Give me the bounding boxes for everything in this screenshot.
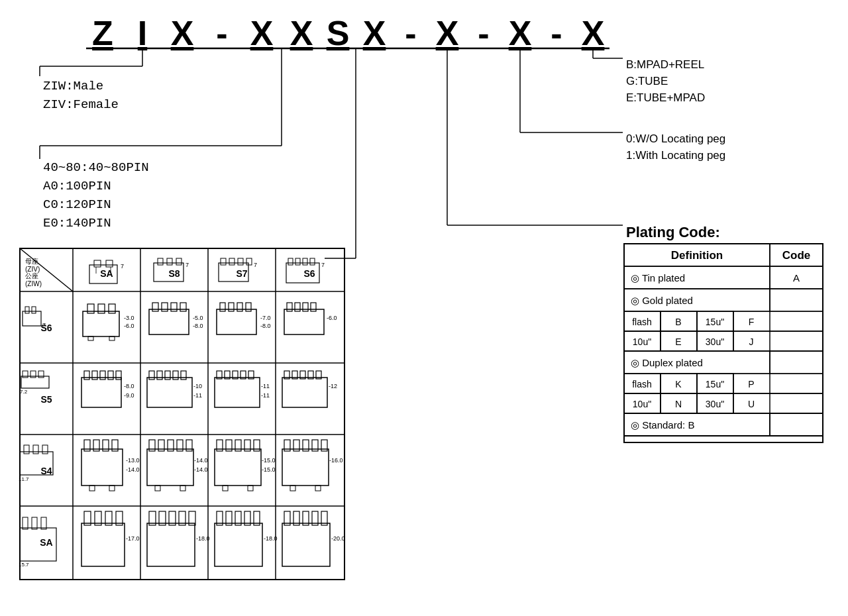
svg-rect-96 bbox=[624, 413, 770, 436]
svg-rect-46 bbox=[624, 266, 770, 289]
svg-text:11.7: 11.7 bbox=[19, 476, 29, 482]
svg-rect-74 bbox=[770, 351, 823, 374]
svg-text:-14.0: -14.0 bbox=[194, 466, 208, 473]
svg-text:X: X bbox=[582, 14, 605, 52]
svg-rect-43 bbox=[770, 244, 823, 266]
svg-rect-184 bbox=[92, 371, 97, 380]
svg-rect-199 bbox=[217, 371, 222, 379]
svg-rect-243 bbox=[223, 486, 228, 491]
svg-rect-234 bbox=[180, 486, 186, 491]
svg-text:-6.0: -6.0 bbox=[124, 323, 134, 329]
svg-text:A: A bbox=[793, 272, 800, 283]
svg-rect-201 bbox=[233, 371, 238, 379]
svg-text:N: N bbox=[675, 399, 682, 409]
svg-text:-8.0: -8.0 bbox=[260, 323, 271, 329]
svg-rect-208 bbox=[292, 371, 297, 379]
svg-text:◎ Standard: B: ◎ Standard: B bbox=[631, 419, 694, 431]
svg-rect-179 bbox=[30, 371, 36, 378]
svg-rect-279 bbox=[254, 511, 260, 525]
svg-rect-194 bbox=[173, 371, 178, 380]
svg-rect-210 bbox=[308, 371, 313, 379]
svg-text:B:MPAD+REEL: B:MPAD+REEL bbox=[626, 58, 704, 71]
svg-rect-140 bbox=[288, 258, 293, 265]
svg-rect-271 bbox=[179, 511, 186, 525]
svg-text:40~80:40~80PIN: 40~80:40~80PIN bbox=[43, 160, 149, 175]
svg-text:X: X bbox=[290, 14, 313, 52]
svg-rect-276 bbox=[226, 511, 232, 525]
svg-rect-143 bbox=[310, 258, 315, 265]
svg-rect-164 bbox=[217, 309, 256, 334]
svg-text:-3.0: -3.0 bbox=[124, 315, 134, 321]
svg-text:15.7: 15.7 bbox=[19, 562, 29, 568]
svg-text:-17.0: -17.0 bbox=[126, 535, 140, 542]
svg-text:-15.0: -15.0 bbox=[262, 457, 276, 464]
svg-rect-151 bbox=[98, 304, 105, 313]
svg-text:10u": 10u" bbox=[633, 399, 651, 409]
svg-rect-80 bbox=[770, 374, 823, 393]
svg-rect-90 bbox=[770, 393, 823, 413]
svg-rect-213 bbox=[20, 452, 53, 475]
svg-text:SA: SA bbox=[40, 537, 52, 548]
svg-text:C0:120PIN: C0:120PIN bbox=[43, 197, 111, 212]
svg-text:S4: S4 bbox=[40, 466, 52, 476]
svg-rect-253 bbox=[290, 486, 295, 491]
svg-rect-267 bbox=[147, 523, 195, 566]
svg-rect-97 bbox=[770, 413, 823, 436]
svg-text:30u": 30u" bbox=[706, 336, 724, 347]
svg-rect-180 bbox=[38, 371, 44, 378]
svg-rect-137 bbox=[246, 258, 252, 265]
svg-text:Definition: Definition bbox=[671, 249, 723, 262]
svg-rect-193 bbox=[165, 371, 170, 380]
svg-text:◎ Duplex plated: ◎ Duplex plated bbox=[631, 357, 703, 368]
svg-rect-250 bbox=[303, 440, 309, 451]
svg-rect-63 bbox=[624, 331, 661, 351]
svg-text:-11: -11 bbox=[261, 383, 270, 389]
svg-text:7.2: 7.2 bbox=[20, 389, 28, 395]
svg-rect-79 bbox=[733, 374, 770, 393]
svg-text:E:TUBE+MPAD: E:TUBE+MPAD bbox=[626, 91, 705, 104]
svg-rect-186 bbox=[108, 371, 113, 380]
svg-text:-11: -11 bbox=[261, 392, 270, 399]
svg-rect-135 bbox=[229, 258, 235, 265]
svg-rect-215 bbox=[33, 445, 38, 454]
svg-rect-220 bbox=[93, 440, 99, 451]
svg-rect-277 bbox=[235, 511, 241, 525]
svg-rect-128 bbox=[154, 263, 184, 282]
svg-rect-47 bbox=[770, 266, 823, 289]
svg-text:-14.0: -14.0 bbox=[194, 457, 208, 464]
svg-rect-209 bbox=[300, 371, 305, 379]
svg-rect-216 bbox=[42, 445, 48, 454]
svg-text:-9.0: -9.0 bbox=[124, 392, 134, 399]
svg-text:-18.0: -18.0 bbox=[196, 535, 210, 542]
svg-text:I: I bbox=[138, 14, 147, 52]
svg-text:-8.0: -8.0 bbox=[193, 323, 203, 329]
svg-text:10u": 10u" bbox=[633, 336, 651, 347]
svg-rect-129 bbox=[158, 258, 163, 265]
svg-rect-224 bbox=[109, 486, 115, 491]
svg-rect-254 bbox=[315, 486, 321, 491]
svg-text:公座: 公座 bbox=[25, 272, 38, 280]
svg-rect-272 bbox=[189, 511, 195, 525]
svg-text:◎ Tin plated: ◎ Tin plated bbox=[631, 272, 685, 283]
svg-text:S8: S8 bbox=[168, 268, 180, 279]
svg-text:-5.0: -5.0 bbox=[193, 315, 203, 321]
svg-text:S6: S6 bbox=[40, 323, 52, 333]
svg-rect-278 bbox=[244, 511, 250, 525]
svg-rect-154 bbox=[109, 336, 115, 340]
svg-text:K: K bbox=[675, 379, 682, 389]
svg-text:-15.0: -15.0 bbox=[262, 466, 276, 473]
svg-rect-51 bbox=[770, 289, 823, 311]
svg-rect-87 bbox=[661, 393, 697, 413]
svg-text:(ZIV): (ZIV) bbox=[25, 266, 40, 273]
svg-text:-13.0: -13.0 bbox=[126, 457, 140, 464]
svg-rect-182 bbox=[81, 378, 121, 407]
svg-rect-174 bbox=[303, 303, 308, 311]
svg-rect-183 bbox=[84, 371, 89, 380]
svg-rect-159 bbox=[162, 303, 168, 311]
svg-rect-56 bbox=[733, 311, 770, 331]
svg-text:7: 7 bbox=[254, 262, 257, 268]
svg-rect-147 bbox=[32, 307, 36, 313]
svg-rect-231 bbox=[177, 440, 183, 451]
svg-rect-249 bbox=[293, 440, 299, 451]
svg-text:X: X bbox=[363, 14, 386, 52]
